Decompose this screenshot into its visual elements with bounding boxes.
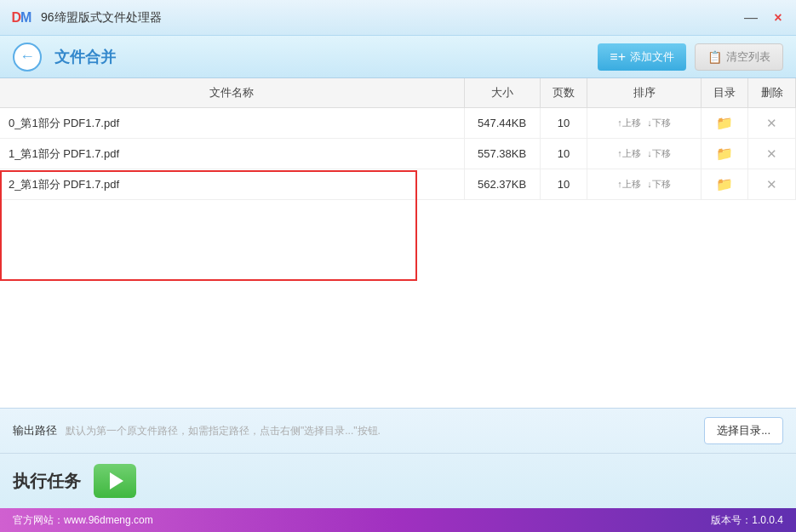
folder-icon[interactable]: 📁 (716, 116, 733, 130)
table-row: 1_第1部分 PDF1.7.pdf 557.38KB 10 ↑上移 ↓下移 📁 … (0, 139, 796, 169)
delete-icon[interactable]: ✕ (766, 146, 777, 161)
cell-dir: 📁 (701, 139, 748, 169)
folder-icon[interactable]: 📁 (716, 146, 733, 161)
output-path-hint: 默认为第一个原文件路径，如需指定路径，点击右侧"选择目录..."按钮. (66, 424, 696, 438)
file-table: 文件名称 大小 页数 排序 目录 删除 0_第1部分 PDF1.7.pdf 54… (0, 78, 796, 200)
header-sort: 排序 (587, 78, 702, 108)
execute-label: 执行任务 (13, 470, 81, 493)
close-button[interactable]: × (769, 9, 787, 27)
move-down-button[interactable]: ↓下移 (647, 117, 671, 129)
cell-dir: 📁 (701, 108, 748, 139)
cell-pages: 10 (540, 169, 587, 200)
table-area: 文件名称 大小 页数 排序 目录 删除 0_第1部分 PDF1.7.pdf 54… (0, 78, 796, 408)
select-dir-button[interactable]: 选择目录... (704, 417, 783, 444)
bottom-section: 输出路径 默认为第一个原文件路径，如需指定路径，点击右侧"选择目录..."按钮.… (0, 408, 796, 508)
cell-pages: 10 (540, 108, 587, 139)
play-button[interactable] (94, 464, 136, 498)
header-filename: 文件名称 (0, 78, 464, 108)
output-path-row: 输出路径 默认为第一个原文件路径，如需指定路径，点击右侧"选择目录..."按钮.… (0, 409, 796, 454)
page-title: 文件合并 (54, 47, 598, 67)
delete-icon[interactable]: ✕ (766, 116, 777, 130)
cell-filename: 1_第1部分 PDF1.7.pdf (0, 139, 464, 169)
move-up-button[interactable]: ↑上移 (617, 147, 641, 160)
footer: 官方网站：www.96dmeng.com 版本号：1.0.0.4 (0, 508, 796, 532)
clear-icon: 📋 (707, 50, 722, 64)
cell-dir: 📁 (701, 169, 748, 200)
cell-filename: 0_第1部分 PDF1.7.pdf (0, 108, 464, 139)
cell-sort: ↑上移 ↓下移 (587, 108, 702, 139)
clear-label: 清空列表 (726, 49, 770, 65)
window-controls: — × (742, 9, 787, 27)
table-row: 0_第1部分 PDF1.7.pdf 547.44KB 10 ↑上移 ↓下移 📁 … (0, 108, 796, 139)
add-file-label: 添加文件 (630, 49, 674, 65)
nav-actions: ≡+ 添加文件 📋 清空列表 (598, 43, 783, 71)
output-path-label: 输出路径 (13, 423, 57, 438)
cell-size: 547.44KB (464, 108, 540, 139)
title-bar: DM 96缔盟版式文件处理器 — × (0, 0, 796, 36)
add-file-icon: ≡+ (610, 49, 626, 65)
app-logo: DM (9, 8, 34, 28)
delete-icon[interactable]: ✕ (766, 177, 777, 192)
back-icon: ← (20, 48, 35, 66)
logo-text: DM (12, 10, 31, 26)
move-down-button[interactable]: ↓下移 (647, 147, 671, 160)
cell-delete: ✕ (748, 108, 796, 139)
footer-version: 版本号：1.0.0.4 (711, 513, 783, 528)
execute-row: 执行任务 (0, 454, 796, 508)
header-dir: 目录 (701, 78, 748, 108)
cell-size: 557.38KB (464, 139, 540, 169)
cell-filename: 2_第1部分 PDF1.7.pdf (0, 169, 464, 200)
folder-icon[interactable]: 📁 (716, 177, 733, 192)
add-file-button[interactable]: ≡+ 添加文件 (598, 43, 686, 71)
move-down-button[interactable]: ↓下移 (647, 178, 671, 191)
minimize-button[interactable]: — (742, 9, 760, 27)
table-row: 2_第1部分 PDF1.7.pdf 562.37KB 10 ↑上移 ↓下移 📁 … (0, 169, 796, 200)
cell-pages: 10 (540, 139, 587, 169)
cell-sort: ↑上移 ↓下移 (587, 169, 702, 200)
header-del: 删除 (748, 78, 796, 108)
app-title: 96缔盟版式文件处理器 (41, 10, 742, 26)
back-button[interactable]: ← (13, 43, 42, 72)
cell-delete: ✕ (748, 169, 796, 200)
cell-size: 562.37KB (464, 169, 540, 200)
cell-sort: ↑上移 ↓下移 (587, 139, 702, 169)
nav-bar: ← 文件合并 ≡+ 添加文件 📋 清空列表 (0, 36, 796, 78)
play-icon (110, 472, 123, 489)
footer-website: 官方网站：www.96dmeng.com (13, 513, 153, 528)
clear-list-button[interactable]: 📋 清空列表 (695, 43, 783, 71)
cell-delete: ✕ (748, 139, 796, 169)
move-up-button[interactable]: ↑上移 (617, 178, 641, 191)
header-size: 大小 (464, 78, 540, 108)
move-up-button[interactable]: ↑上移 (617, 117, 641, 129)
table-header-row: 文件名称 大小 页数 排序 目录 删除 (0, 78, 796, 108)
header-pages: 页数 (540, 78, 587, 108)
